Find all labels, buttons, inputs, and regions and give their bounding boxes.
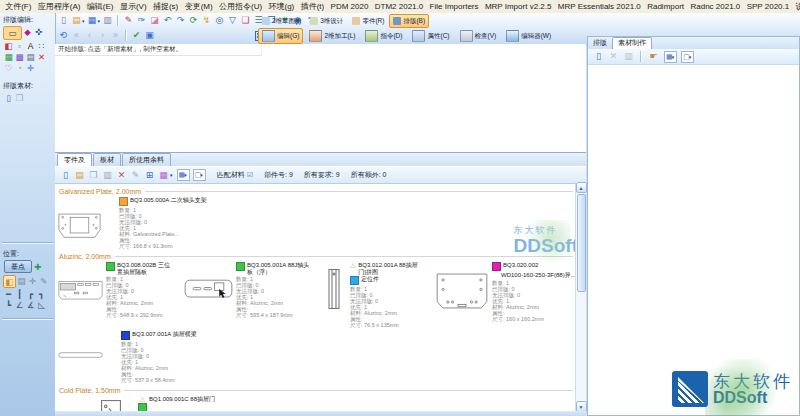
save-caret-icon[interactable]: ▾ (98, 18, 101, 24)
import-part-icon[interactable]: ▤ (74, 170, 86, 181)
mode-editor-button[interactable]: 编辑器(W) (502, 28, 555, 44)
tab-parts-list[interactable]: 零件及 (57, 153, 92, 166)
menu-pdm[interactable]: PDM 2020 (327, 2, 371, 11)
eraser-icon[interactable]: ◪ (149, 15, 161, 26)
part-card[interactable]: BQ3.007.001A 抽屉横梁 数量: 1 已排版: 0 无法排版: 0 优… (58, 331, 241, 383)
filter-dropdown[interactable]: ▢▾ (193, 169, 206, 181)
nest-filter-dropdown[interactable]: ▢▾ (681, 51, 694, 63)
grid-snap-icon[interactable]: ▤ (16, 275, 27, 286)
hand-tool-icon[interactable]: ☛ (648, 51, 660, 62)
open-caret-icon[interactable]: ▾ (82, 18, 85, 24)
mode-edit-button[interactable]: 编辑(G) (258, 28, 303, 44)
tab-3d-design[interactable]: 3维设计 (306, 14, 347, 28)
flag-icon[interactable]: ❏ (240, 15, 252, 26)
tab-nesting[interactable]: 排版(B) (389, 14, 429, 28)
horizontal-line-icon[interactable]: ━ (3, 288, 14, 299)
bolt-icon[interactable]: ↯ (201, 15, 213, 26)
nests-pane-label[interactable]: 排版 (591, 38, 609, 49)
tab-2d-sketch[interactable]: 2维草图(I) (258, 14, 305, 28)
pen-icon[interactable]: ✑ (136, 15, 148, 26)
rotate-tool-icon[interactable]: ◔ (14, 62, 25, 73)
menu-plugins[interactable]: 插件(t) (297, 1, 327, 12)
menu-radnc[interactable]: Radnc 2021.0 (687, 2, 743, 11)
redo-icon[interactable]: ↷ (175, 15, 187, 26)
grid-green-icon[interactable]: ▦ (3, 51, 14, 62)
new-nest-icon[interactable]: ▯ (593, 51, 605, 62)
copy-sheet-icon[interactable]: ❐ (14, 92, 25, 103)
refresh-icon[interactable]: ⟳ (188, 15, 200, 26)
part-card[interactable]: BQ3.008.002B 三位置抽屉隔板 数量: 1 已排版: 0 无法排版: … (58, 262, 172, 318)
origin-icon[interactable]: ◧ (3, 275, 16, 288)
edit-point-icon[interactable]: ✎ (38, 275, 49, 286)
menu-help[interactable]: 说明(H) (792, 1, 800, 12)
pencil-icon[interactable]: ✎ (123, 15, 135, 26)
nest-view-dropdown[interactable]: ▦▾ (664, 51, 677, 63)
corner-bl-icon[interactable]: ┗ (3, 299, 14, 310)
grid-purple-icon[interactable]: ▩ (14, 51, 25, 62)
triangle-icon[interactable]: ◺ (36, 299, 47, 310)
check-icon[interactable]: ✔ (131, 30, 143, 41)
mode-properties-button[interactable]: 属性(C) (408, 28, 453, 44)
tab-used-remnants[interactable]: 所使用余料 (122, 153, 171, 166)
menu-mrp-import[interactable]: MRP Import v2.2.5 (482, 2, 555, 11)
sort-dropdown[interactable]: ▦▾ (177, 169, 190, 181)
menu-file-importers[interactable]: File Importers (426, 2, 481, 11)
menu-modify[interactable]: 变更(M) (181, 1, 215, 12)
basepoint-button[interactable]: 基点 (4, 260, 32, 273)
menu-utilities[interactable]: 公用指令(U) (216, 1, 265, 12)
drawing-canvas[interactable]: 开始排版: 点选「新增素材」, 制作空素材。 (55, 44, 586, 152)
new-file-icon[interactable]: ▯ (58, 15, 70, 26)
menu-mrp-essentials[interactable]: MRP Essentials 2021.0 (555, 2, 644, 11)
text-tool-icon[interactable]: A (25, 40, 36, 51)
scroll-thumb[interactable] (577, 194, 586, 292)
delete-nest-icon[interactable]: ✕ (608, 51, 620, 62)
heart-tool-icon[interactable]: ♡ (3, 62, 14, 73)
menu-view[interactable]: 显示(V) (117, 1, 150, 12)
grid-gray-icon[interactable]: ▤ (25, 51, 36, 62)
undo-icon[interactable]: ↶ (162, 15, 174, 26)
filter-icon[interactable]: ▽ (227, 15, 239, 26)
menu-file[interactable]: 文件(F) (2, 1, 35, 12)
menu-edit[interactable]: 编辑(E) (84, 1, 117, 12)
small-square-icon[interactable]: ▫ (14, 40, 25, 51)
menu-dtm2[interactable]: DTM2 2021.0 (372, 2, 427, 11)
mode-check-button[interactable]: 检查(V) (456, 28, 501, 44)
menu-snap[interactable]: 捕捉(s) (150, 1, 182, 12)
add-point-icon[interactable]: ✚ (32, 261, 43, 272)
edit-part-icon[interactable]: ✎ (130, 170, 142, 181)
delete-part-icon[interactable]: ✕ (116, 170, 128, 181)
menu-radimport[interactable]: Radimport (644, 2, 687, 11)
array-tool-icon[interactable]: ∷ (36, 40, 47, 51)
nav-prev-icon[interactable]: ‹ (84, 30, 96, 41)
new-sheet-icon[interactable]: ▯ (3, 92, 14, 103)
part-card[interactable]: BQ3.005.000A 二次轴头支架 数量: 1 已排版: 0 无法排版: 0… (58, 197, 249, 249)
mode-commands-button[interactable]: 指令(D) (361, 28, 406, 44)
nav-first-icon[interactable]: « (71, 30, 83, 41)
angle-measure-icon[interactable]: ∡ (25, 299, 36, 310)
tab-sheets[interactable]: 板材 (93, 153, 121, 166)
monitor-icon[interactable]: ▣ (144, 30, 156, 41)
angle-icon[interactable]: ∠ (14, 299, 25, 310)
parts-list[interactable]: 东大软件 DDSoft Galvanized Plate, 2.00mm (55, 184, 586, 414)
tab-parts[interactable]: 零件(R) (348, 14, 388, 28)
part-card[interactable]: BQ3.020.002 WD100-160-250-3F(88)异... 数量:… (436, 262, 584, 322)
paste-part-icon[interactable]: ▥ (102, 170, 114, 181)
menu-applications[interactable]: 应用程序(A) (35, 1, 84, 12)
scroll-up-button[interactable]: ▲ (576, 182, 587, 193)
copy-part-icon[interactable]: ❐ (88, 170, 100, 181)
target-icon[interactable]: ◎ (214, 15, 226, 26)
part-card[interactable]: BQ3.005.001A 88J轴头板（浮） 数量: 1 已排版: 0 无法排版… (184, 262, 310, 318)
open-file-icon[interactable]: ▤ (71, 15, 83, 26)
menu-spp[interactable]: SPP 2020.1 (743, 2, 792, 11)
mode-2d-machining-button[interactable]: 2维加工(L) (305, 28, 359, 44)
corner-tr-icon[interactable]: ┓ (36, 288, 47, 299)
thumbnail-view-icon[interactable]: ▦ (158, 170, 170, 181)
menu-environment[interactable]: 环境(g) (265, 1, 297, 12)
vertical-line-icon[interactable]: ┃ (14, 288, 25, 299)
part-card[interactable]: ⚠ BQ3.012.001A 88抽屉门]拼图 定位件 数量: 1 已排版: 0… (324, 262, 424, 328)
view-caret-icon[interactable]: ▾ (170, 172, 173, 178)
save-icon[interactable]: ▦ (86, 15, 98, 26)
nav-last-icon[interactable]: » (110, 30, 122, 41)
move-tool-icon[interactable]: ✜ (33, 26, 44, 37)
select-rect-icon[interactable]: ▭ (3, 26, 22, 40)
